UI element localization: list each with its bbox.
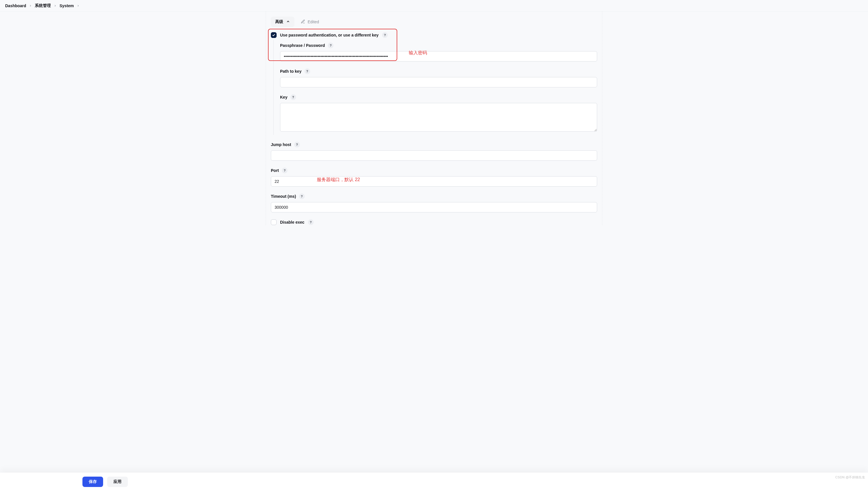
- help-icon[interactable]: ?: [328, 42, 334, 48]
- chevron-right-icon: [29, 4, 32, 7]
- port-field[interactable]: [271, 176, 597, 186]
- apply-button[interactable]: 应用: [107, 476, 128, 487]
- passphrase-label: Passphrase / Password: [280, 43, 325, 48]
- timeout-label: Timeout (ms): [271, 194, 296, 199]
- key-field[interactable]: [280, 103, 597, 132]
- help-icon[interactable]: ?: [290, 94, 296, 100]
- key-label: Key: [280, 95, 287, 99]
- help-icon[interactable]: ?: [299, 194, 305, 199]
- advanced-section-toggle[interactable]: 高级: [271, 17, 294, 27]
- chevron-up-icon: [286, 20, 290, 24]
- breadcrumb-item-dashboard[interactable]: Dashboard: [5, 3, 26, 8]
- help-icon[interactable]: ?: [305, 68, 310, 74]
- disable-exec-label: Disable exec: [280, 220, 305, 225]
- path-to-key-label: Path to key: [280, 69, 302, 74]
- advanced-section-label: 高级: [275, 19, 283, 24]
- jump-host-field[interactable]: [271, 150, 597, 161]
- help-icon[interactable]: ?: [382, 32, 388, 38]
- breadcrumb-item-system-admin[interactable]: 系统管理: [35, 3, 51, 8]
- use-password-auth-checkbox[interactable]: [271, 32, 277, 38]
- help-icon[interactable]: ?: [308, 219, 314, 225]
- help-icon[interactable]: ?: [282, 168, 287, 173]
- edited-indicator: Edited: [301, 19, 319, 25]
- pencil-icon: [301, 19, 305, 25]
- jump-host-label: Jump host: [271, 142, 291, 147]
- timeout-field[interactable]: [271, 202, 597, 212]
- chevron-right-icon: [77, 4, 80, 7]
- path-to-key-field[interactable]: [280, 77, 597, 87]
- passphrase-field[interactable]: [280, 51, 597, 61]
- save-button[interactable]: 保存: [83, 476, 103, 487]
- breadcrumb: Dashboard 系统管理 System: [0, 0, 868, 11]
- use-password-auth-label: Use password authentication, or use a di…: [280, 33, 378, 37]
- breadcrumb-item-system[interactable]: System: [59, 3, 74, 8]
- help-icon[interactable]: ?: [294, 142, 300, 147]
- edited-label: Edited: [308, 20, 319, 24]
- chevron-right-icon: [54, 4, 57, 7]
- disable-exec-checkbox[interactable]: [271, 219, 277, 225]
- footer-action-bar: 保存 应用: [0, 472, 868, 491]
- port-label: Port: [271, 168, 279, 173]
